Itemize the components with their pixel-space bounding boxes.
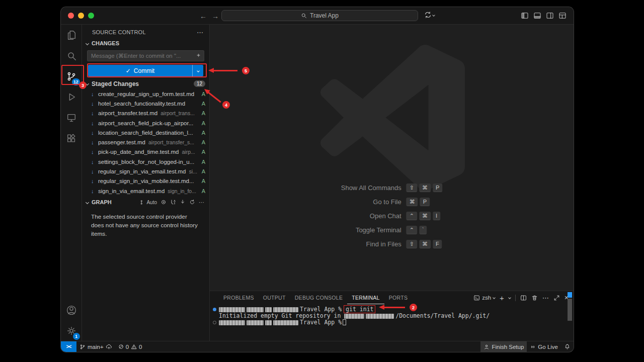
- traffic-lights: [68, 13, 94, 19]
- search-icon: [301, 13, 307, 19]
- toggle-secondary-sidebar-icon[interactable]: [546, 12, 554, 20]
- chevron-down-icon: [86, 41, 89, 45]
- split-terminal-icon[interactable]: [520, 295, 527, 301]
- staged-file-row[interactable]: ↓regular_sign_in_via_email.test.mdsi...A: [82, 166, 209, 176]
- graph-section-header[interactable]: GRAPH Auto ⋯: [82, 197, 209, 208]
- extensions-icon[interactable]: [61, 128, 82, 148]
- git-status-letter: A: [199, 120, 205, 126]
- panel-more-actions-icon[interactable]: ⋯: [542, 294, 549, 302]
- markdown-file-icon: ↓: [91, 120, 98, 126]
- redacted-text: [247, 320, 264, 325]
- staged-file-row[interactable]: ↓pick-up_date_and_time.test.mdairp...A: [82, 147, 209, 157]
- shell-selector[interactable]: zsh: [473, 295, 495, 301]
- go-live-button[interactable]: Go Live: [527, 341, 561, 352]
- maximize-panel-icon[interactable]: [553, 295, 560, 301]
- vscode-logo-watermark: [319, 45, 465, 191]
- graph-empty-message: The selected source control provider doe…: [82, 208, 209, 238]
- annotation-number-4: 4: [222, 101, 230, 109]
- staged-file-row[interactable]: ↓sign_in_via_email.test.mdsign_in_fo...A: [82, 186, 209, 196]
- finish-setup-button[interactable]: Finish Setup: [480, 341, 527, 352]
- remote-explorer-icon[interactable]: [61, 107, 82, 128]
- redacted-text: [219, 307, 245, 312]
- sidebar-title: SOURCE CONTROL: [92, 29, 146, 35]
- vscode-window: ← → Travel App: [61, 7, 574, 352]
- errors-icon: [118, 344, 124, 349]
- git-status-letter: A: [199, 168, 205, 174]
- close-window-button[interactable]: [68, 13, 74, 19]
- branch-status-item[interactable]: main+: [76, 341, 115, 352]
- sync-icon[interactable]: [424, 11, 435, 19]
- refresh-icon[interactable]: [189, 199, 195, 205]
- staged-file-row[interactable]: ↓regular_sign_in_via_mobile.test.md...A: [82, 176, 209, 186]
- git-status-letter: A: [199, 139, 205, 145]
- remote-indicator[interactable]: ><: [61, 341, 76, 352]
- publish-changes-icon: [106, 343, 112, 350]
- annotation-box-commit-button: [87, 63, 207, 77]
- customize-layout-icon[interactable]: [558, 12, 567, 20]
- tab-problems[interactable]: PROBLEMS: [219, 291, 259, 304]
- staged-changes-header[interactable]: Staged Changes 12: [82, 78, 209, 89]
- toggle-panel-icon[interactable]: [533, 12, 541, 20]
- new-terminal-button[interactable]: +: [500, 294, 504, 302]
- fetch-icon[interactable]: [180, 199, 186, 205]
- markdown-file-icon: ↓: [91, 139, 98, 145]
- redacted-text: [273, 320, 298, 325]
- cherry-pick-icon[interactable]: [170, 199, 176, 205]
- target-commit-icon[interactable]: [160, 199, 167, 205]
- toggle-primary-sidebar-icon[interactable]: [521, 12, 529, 20]
- annotation-number-3: 3: [79, 81, 87, 89]
- title-bar: ← → Travel App: [61, 7, 574, 25]
- accounts-icon[interactable]: [61, 300, 82, 320]
- editor-area: Show All Commands ⇧⌘P Go to File ⌘P Open…: [210, 25, 574, 291]
- changes-section-header[interactable]: CHANGES: [82, 38, 209, 49]
- terminal-text: /Documents/Travel App/.git/: [395, 312, 490, 319]
- navigate-forward-icon[interactable]: →: [212, 12, 219, 20]
- search-view-icon[interactable]: [61, 45, 82, 66]
- markdown-file-icon: ↓: [91, 130, 98, 136]
- generate-commit-message-icon[interactable]: [195, 52, 202, 59]
- notifications-bell-icon[interactable]: [561, 341, 574, 352]
- chevron-down-icon: [86, 201, 89, 204]
- zoom-window-button[interactable]: [88, 13, 94, 19]
- tab-ports[interactable]: PORTS: [384, 291, 412, 304]
- staged-file-row[interactable]: ↓airport_transfer.test.mdairport_trans..…: [82, 109, 209, 118]
- status-bar: >< main+ 0 0 Finish Setup Go Live: [61, 341, 574, 352]
- annotation-number-2: 2: [410, 304, 417, 311]
- git-status-letter: A: [199, 110, 205, 116]
- staged-file-row[interactable]: ↓create_regular_sign_up_form.test.mdA: [82, 89, 209, 99]
- markdown-file-icon: ↓: [91, 178, 98, 184]
- redacted-text: [366, 314, 394, 319]
- tab-output[interactable]: OUTPUT: [259, 291, 290, 304]
- chevron-down-icon: [432, 14, 435, 17]
- explorer-icon[interactable]: [61, 25, 82, 45]
- settings-badge: 1: [73, 333, 80, 340]
- terminal-scrollbar[interactable]: [568, 292, 572, 321]
- bottom-panel: PROBLEMS OUTPUT DEBUG CONSOLE TERMINAL P…: [210, 291, 574, 341]
- markdown-file-icon: ↓: [91, 168, 98, 174]
- markdown-file-icon: ↓: [91, 101, 98, 107]
- minimize-window-button[interactable]: [78, 13, 84, 19]
- git-status-letter: A: [199, 188, 205, 194]
- command-center[interactable]: Travel App: [221, 10, 418, 21]
- staged-file-row[interactable]: ↓settings_block_for_not_logged-in_u...A: [82, 157, 209, 166]
- graph-more-actions-icon[interactable]: ⋯: [199, 199, 204, 206]
- kill-terminal-trash-icon[interactable]: [531, 295, 538, 301]
- staged-file-row[interactable]: ↓airport_search_field_pick-up_airpor...A: [82, 118, 209, 128]
- redacted-text: [265, 320, 272, 325]
- launch-profile-chevron-icon[interactable]: [508, 296, 511, 299]
- navigate-back-icon[interactable]: ←: [200, 12, 207, 20]
- graph-auto-button[interactable]: Auto: [140, 200, 157, 205]
- settings-gear-icon[interactable]: 1: [61, 320, 82, 341]
- commit-message-input[interactable]: [87, 50, 204, 61]
- tab-terminal[interactable]: TERMINAL: [347, 291, 384, 304]
- problems-status-item[interactable]: 0 0: [115, 341, 145, 352]
- git-status-letter: A: [199, 130, 205, 136]
- staged-file-row[interactable]: ↓passenger.test.mdairport_transfer_s...A: [82, 137, 209, 147]
- staged-file-row[interactable]: ↓hotel_search_functionality.test.mdA: [82, 99, 209, 108]
- run-debug-icon[interactable]: [61, 86, 82, 107]
- person-icon: [484, 344, 490, 350]
- more-actions-icon[interactable]: ⋯: [197, 29, 203, 36]
- tab-debug-console[interactable]: DEBUG CONSOLE: [290, 291, 348, 304]
- staged-file-row[interactable]: ↓location_search_field_destination_l...A: [82, 128, 209, 137]
- redacted-text: [344, 314, 364, 319]
